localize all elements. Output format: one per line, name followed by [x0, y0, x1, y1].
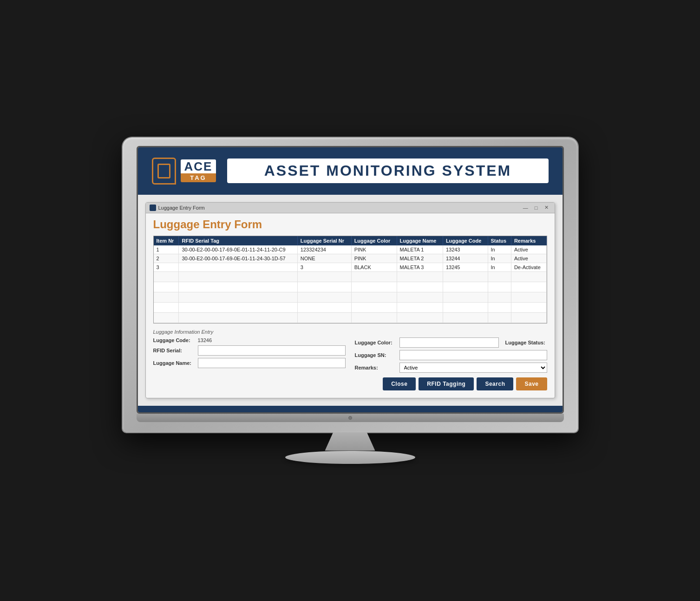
luggage-code-row: Luggage Code: 13246: [153, 337, 346, 343]
cell-rfid: [179, 263, 297, 271]
cell-status: In: [488, 254, 511, 263]
screen-content: Luggage Entry Form — □ ✕ Luggage Entry F…: [138, 195, 563, 406]
minimize-button[interactable]: —: [521, 205, 530, 211]
luggage-code-label: Luggage Code:: [153, 337, 195, 343]
logo-ace: ACE: [181, 159, 216, 173]
table-row-empty-1: [154, 271, 547, 282]
monitor-wrapper: ACE TAG ASSET MONITORING SYSTEM Luggage …: [123, 138, 578, 464]
cell-item-nr: 3: [154, 263, 179, 271]
monitor-stand-base: [285, 451, 415, 464]
col-code: Luggage Code: [443, 236, 488, 245]
cell-serial: NONE: [297, 254, 351, 263]
rfid-serial-label: RFID Serial:: [153, 348, 195, 353]
cell-code: 13245: [443, 263, 488, 271]
screen-footer: [138, 406, 563, 412]
luggage-sn-label: Luggage SN:: [355, 352, 397, 358]
cell-status: In: [488, 263, 511, 271]
monitor-body: ACE TAG ASSET MONITORING SYSTEM Luggage …: [123, 138, 578, 432]
form-fields: Luggage Code: 13246 RFID Serial: Luggage…: [153, 337, 547, 373]
luggage-name-row: Luggage Name:: [153, 358, 346, 368]
col-name: Luggage Name: [397, 236, 443, 245]
window-title-icon: [150, 205, 156, 211]
cell-code: 13244: [443, 254, 488, 263]
cell-color: BLACK: [351, 263, 397, 271]
rfid-serial-input[interactable]: [198, 345, 346, 356]
table-header-row: Item Nr RFID Serial Tag Luggage Serial N…: [154, 236, 547, 245]
remarks-label: Remarks:: [355, 365, 397, 370]
save-button[interactable]: Save: [516, 377, 547, 390]
ace-tag-logo-icon: [152, 158, 176, 185]
remarks-row: Remarks: Active De-Activate: [355, 363, 547, 373]
remarks-select[interactable]: Active De-Activate: [399, 363, 547, 373]
cell-code: 13243: [443, 245, 488, 254]
cell-rfid: 30-00-E2-00-00-17-69-0E-01-11-24-30-1D-5…: [179, 254, 297, 263]
table-row-empty-2: [154, 282, 547, 292]
right-fields: Luggage Color: Luggage Status: Luggage S…: [355, 337, 547, 373]
window-title-area: Luggage Entry Form: [150, 205, 205, 211]
col-item-nr: Item Nr: [154, 236, 179, 245]
luggage-status-label: Luggage Status:: [505, 340, 547, 345]
cell-name: MALETA 1: [397, 245, 443, 254]
monitor-stand-neck: [322, 432, 378, 451]
window-inner: Luggage Entry Form Item Nr RFID Serial T…: [146, 213, 555, 398]
monitor-power-indicator: [348, 416, 352, 420]
rfid-serial-row: RFID Serial:: [153, 345, 346, 356]
luggage-code-value: 13246: [198, 337, 212, 343]
luggage-table: Item Nr RFID Serial Tag Luggage Serial N…: [154, 236, 547, 323]
col-serial: Luggage Serial Nr: [297, 236, 351, 245]
col-color: Luggage Color: [351, 236, 397, 245]
luggage-name-label: Luggage Name:: [153, 360, 195, 366]
luggage-name-input[interactable]: [198, 358, 346, 368]
table-row[interactable]: 2 30-00-E2-00-00-17-69-0E-01-11-24-30-1D…: [154, 254, 547, 263]
col-status: Status: [488, 236, 511, 245]
logo-container: ACE TAG: [152, 158, 216, 185]
info-section-label: Luggage Information Entry: [153, 329, 547, 335]
monitor-bottom-bar: [137, 414, 564, 422]
close-button[interactable]: Close: [383, 377, 416, 390]
luggage-color-row: Luggage Color: Luggage Status:: [355, 337, 547, 348]
cell-status: In: [488, 245, 511, 254]
cell-remarks: Active: [511, 245, 546, 254]
cell-remarks: Active: [511, 254, 546, 263]
luggage-sn-row: Luggage SN:: [355, 350, 547, 360]
cell-item-nr: 2: [154, 254, 179, 263]
buttons-row: Close RFID Tagging Search Save: [153, 377, 547, 390]
cell-name: MALETA 2: [397, 254, 443, 263]
cell-color: PINK: [351, 254, 397, 263]
search-button[interactable]: Search: [477, 377, 513, 390]
luggage-sn-input[interactable]: [399, 350, 547, 360]
table-row[interactable]: 1 30-00-E2-00-00-17-69-0E-01-11-24-11-20…: [154, 245, 547, 254]
cell-item-nr: 1: [154, 245, 179, 254]
luggage-color-label: Luggage Color:: [355, 340, 397, 345]
table-row-empty-4: [154, 302, 547, 312]
rfid-tagging-button[interactable]: RFID Tagging: [419, 377, 474, 390]
cell-remarks: De-Activate: [511, 263, 546, 271]
maximize-button[interactable]: □: [532, 205, 540, 211]
monitor-screen: ACE TAG ASSET MONITORING SYSTEM Luggage …: [137, 146, 564, 414]
luggage-color-input[interactable]: [399, 337, 499, 348]
table-row-empty-3: [154, 292, 547, 302]
window-titlebar: Luggage Entry Form — □ ✕: [146, 203, 555, 213]
table-row[interactable]: 3 3 BLACK MALETA 3 13245 In De-Activate: [154, 263, 547, 271]
cell-serial: 123324234: [297, 245, 351, 254]
logo-text: ACE TAG: [181, 159, 216, 182]
table-row-empty-5: [154, 312, 547, 323]
left-fields: Luggage Code: 13246 RFID Serial: Luggage…: [153, 337, 346, 373]
cell-serial: 3: [297, 263, 351, 271]
app-title: ASSET MONITORING SYSTEM: [227, 159, 548, 183]
window-title-text: Luggage Entry Form: [158, 205, 205, 211]
cell-color: PINK: [351, 245, 397, 254]
logo-tag: TAG: [181, 173, 216, 182]
cell-rfid: 30-00-E2-00-00-17-69-0E-01-11-24-11-20-C…: [179, 245, 297, 254]
close-window-button[interactable]: ✕: [542, 205, 551, 211]
screen-header: ACE TAG ASSET MONITORING SYSTEM: [138, 147, 563, 195]
col-rfid: RFID Serial Tag: [179, 236, 297, 245]
form-title: Luggage Entry Form: [153, 218, 547, 231]
cell-name: MALETA 3: [397, 263, 443, 271]
col-remarks: Remarks: [511, 236, 546, 245]
window-controls: — □ ✕: [521, 205, 551, 211]
window-frame: Luggage Entry Form — □ ✕ Luggage Entry F…: [145, 202, 555, 398]
luggage-table-container: Item Nr RFID Serial Tag Luggage Serial N…: [153, 236, 547, 324]
